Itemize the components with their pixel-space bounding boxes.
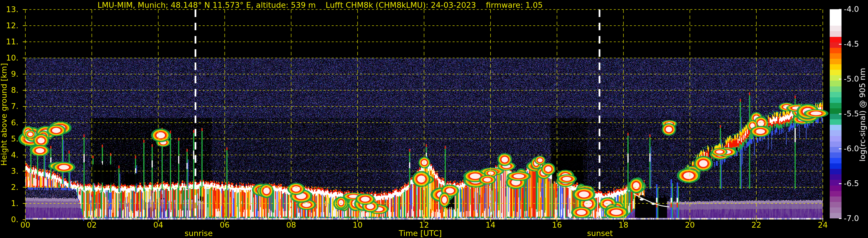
colorbar-tick-label: -5.0 — [844, 75, 859, 83]
y-tick-label: 4. — [0, 150, 19, 160]
page-title: LMU-MIM, Munich; 48.148° N 11.573° E, al… — [0, 0, 640, 10]
colorbar-segment — [830, 180, 841, 185]
colorbar-segment — [830, 26, 841, 31]
y-tick-label: 10. — [0, 53, 19, 63]
y-tick-label: 5. — [0, 134, 19, 144]
x-tick-label: 14 — [477, 220, 503, 230]
colorbar-segment — [830, 125, 841, 130]
x-tick-label: 20 — [677, 220, 703, 230]
colorbar-segment — [830, 86, 841, 92]
colorbar-tick-label: -5.5 — [844, 110, 859, 118]
colorbar-segment — [830, 202, 841, 207]
x-tick-label: 16 — [544, 220, 570, 230]
x-tick-label: 22 — [743, 220, 769, 230]
colorbar-segment — [830, 185, 841, 191]
colorbar-segment — [830, 169, 841, 174]
y-tick-label: 12. — [0, 21, 19, 31]
y-tick-label: 11. — [0, 37, 19, 47]
colorbar-segment — [830, 48, 841, 53]
x-tick-label: 00 — [12, 220, 38, 230]
x-tick-label: 02 — [79, 220, 105, 230]
y-tick-label: 3. — [0, 166, 19, 176]
x-tick-label: 10 — [345, 220, 371, 230]
colorbar-segment — [830, 136, 841, 142]
colorbar-label: log(rc-signal) @ 905 nm — [858, 68, 867, 161]
colorbar-segment — [830, 75, 841, 81]
ceilometer-quicklook-figure: LMU-MIM, Munich; 48.148° N 11.573° E, al… — [0, 0, 868, 238]
colorbar-segment — [830, 147, 841, 152]
colorbar-segment — [830, 114, 841, 119]
colorbar-tick-label: -4.0 — [844, 5, 859, 13]
colorbar-segment — [830, 213, 841, 218]
x-tick-label: 06 — [212, 220, 238, 230]
colorbar-segment — [830, 152, 841, 158]
colorbar-segment — [830, 92, 841, 97]
colorbar-segment — [830, 59, 841, 64]
colorbar-segment — [830, 197, 841, 202]
x-tick-label: 04 — [145, 220, 171, 230]
colorbar-segment — [830, 163, 841, 169]
colorbar-segment — [830, 42, 841, 48]
y-tick-label: 1. — [0, 199, 19, 208]
colorbar-tick-label: -6.5 — [844, 179, 859, 188]
colorbar-segment — [830, 53, 841, 59]
colorbar-segment — [830, 15, 841, 20]
colorbar-segment — [830, 207, 841, 213]
colorbar-tick-mark — [839, 218, 841, 219]
colorbar-tick-mark — [839, 9, 841, 10]
colorbar-segment — [830, 64, 841, 70]
colorbar-segment — [830, 20, 841, 26]
y-tick-label: 13. — [0, 5, 19, 14]
colorbar-segment — [830, 37, 841, 42]
backscatter-heatmap-canvas — [0, 0, 868, 238]
x-tick-label: 12 — [411, 220, 437, 230]
colorbar-tick-mark — [839, 148, 841, 149]
colorbar-segment — [830, 158, 841, 163]
x-tick-label: 08 — [278, 220, 304, 230]
colorbar-tick-mark — [839, 44, 841, 44]
colorbar-segment — [830, 70, 841, 75]
colorbar-tick-label: -7.0 — [844, 214, 859, 223]
colorbar-tick-label: -6.0 — [844, 144, 859, 153]
colorbar-segment — [830, 97, 841, 103]
colorbar-tick-mark — [839, 114, 841, 114]
colorbar-segment — [830, 9, 841, 15]
y-tick-label: 2. — [0, 182, 19, 192]
x-tick-label: 24 — [810, 220, 836, 230]
y-tick-label: 7. — [0, 101, 19, 111]
colorbar-tick-label: -4.5 — [844, 40, 859, 49]
colorbar-segment — [830, 142, 841, 147]
colorbar-segment — [830, 130, 841, 136]
colorbar-segment — [830, 81, 841, 86]
colorbar-tick-mark — [839, 183, 841, 184]
colorbar-segment — [830, 174, 841, 180]
y-tick-label: 6. — [0, 118, 19, 128]
y-tick-label: 8. — [0, 85, 19, 95]
y-tick-label: 9. — [0, 69, 19, 79]
colorbar-segment — [830, 103, 841, 108]
colorbar-segment — [830, 108, 841, 114]
colorbar-segment — [830, 191, 841, 197]
x-tick-label: 18 — [611, 220, 637, 230]
colorbar-tick-mark — [839, 79, 841, 80]
colorbar-segment — [830, 31, 841, 37]
colorbar-segment — [830, 119, 841, 125]
